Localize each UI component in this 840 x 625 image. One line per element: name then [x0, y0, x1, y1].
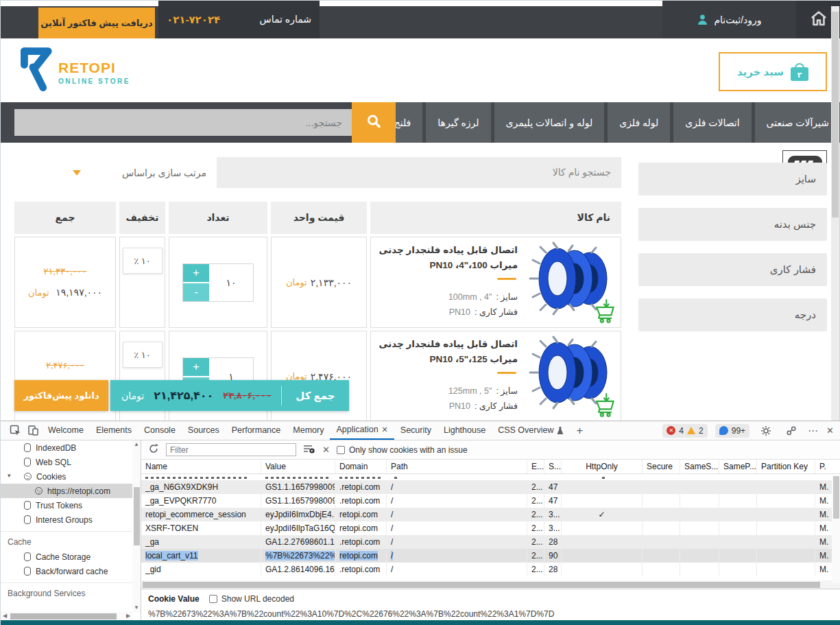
product-name[interactable]: اتصال قابل پیاده فلنجدار چدنی میراب 125،… — [376, 337, 518, 368]
cookie-column-header[interactable]: HttpOnly — [562, 460, 643, 473]
cookie-table-vertical-scrollbar[interactable] — [832, 475, 840, 583]
discount-cell: ٪ ۱۰ — [119, 237, 165, 328]
cookie-table-horizontal-scrollbar[interactable]: ▶ — [141, 580, 840, 589]
settings-gear-icon[interactable] — [757, 422, 775, 440]
nav-menu-item[interactable]: لوله فلزی — [608, 102, 670, 143]
cookie-column-header[interactable]: P. — [815, 460, 840, 473]
more-tabs-button[interactable]: + — [569, 424, 590, 438]
nav-menu-item[interactable]: لوله و اتصالات پلیمری — [494, 102, 605, 143]
cookie-column-header[interactable]: Partition Key — [757, 460, 815, 473]
cookie-row[interactable]: _ga_EVPQKR7770 GS1.1.1657998009... .reto… — [141, 494, 840, 508]
devtools-tab[interactable]: Memory — [287, 421, 330, 440]
comments-badge[interactable]: 99+ — [715, 424, 749, 438]
cookie-column-header[interactable]: Path — [387, 460, 527, 473]
devtools-tab[interactable]: Security — [394, 421, 437, 440]
scroll-left-icon[interactable]: ◀ — [1, 612, 9, 620]
sidebar-filter[interactable]: جنس بدنه — [638, 208, 827, 241]
devtools-panel: Welcome Elements Console Sour — [1, 421, 840, 620]
cookie-table-header[interactable]: Name Value Domain Path E... S... HttpOnl… — [141, 460, 840, 474]
product-search-bar[interactable]: جستجو نام کالا مرتب سازی براساس — [14, 157, 621, 188]
cookie-row[interactable]: _ga_N6GX9XDK9H GS1.1.1657998009... .reto… — [141, 480, 840, 494]
expander-icon[interactable]: ▾ — [8, 472, 11, 479]
quantity-increase-button[interactable]: + — [183, 264, 209, 283]
devtools-close-icon[interactable]: ✕ — [826, 425, 834, 436]
devtools-tab[interactable]: Welcome — [42, 421, 90, 440]
sidebar-filter[interactable]: درجه — [638, 298, 827, 331]
cookie-filter-input[interactable] — [166, 443, 296, 456]
storage-tree-item[interactable]: IndexedDB — [1, 440, 141, 455]
devtools-tab[interactable]: Elements — [90, 421, 138, 440]
sidebar-filter[interactable]: فشار کاری — [638, 253, 827, 286]
cookie-column-header[interactable]: S... — [544, 460, 562, 473]
nav-menu-item[interactable]: لرزه گیرها — [426, 102, 490, 143]
cookie-column-header[interactable]: Domain — [335, 460, 387, 473]
storage-tree-item[interactable]: Trust Tokens — [1, 498, 141, 512]
devtools-tab[interactable]: CSS Overview — [492, 421, 569, 440]
page-scrollbar[interactable] — [831, 6, 839, 421]
scroll-right-icon[interactable]: ▶ — [124, 612, 132, 620]
cookie-row[interactable]: XSRF-TOKEN eyJpdiI6IlpTaG16Q... retopi.c… — [141, 521, 840, 535]
checkbox-icon[interactable] — [337, 446, 345, 454]
cookie-column-header[interactable]: SameS... — [680, 460, 719, 473]
clear-all-cookies-icon[interactable] — [303, 444, 315, 456]
product-name[interactable]: اتصال قابل پیاده فلنجدار چدنی میراب 100،… — [376, 243, 518, 274]
scroll-down-icon[interactable]: ▼ — [132, 604, 141, 612]
cookie-row[interactable]: _gid GA1.2.8614096.16... .retopi.com / 2… — [141, 563, 840, 576]
devtools-tab[interactable]: Application ✕ — [330, 421, 394, 440]
devtools-tab[interactable]: Console — [138, 421, 182, 440]
devtools-tab[interactable]: Sources — [182, 421, 226, 440]
warning-icon — [687, 427, 695, 434]
checkbox-icon[interactable] — [209, 595, 217, 603]
storage-tree-item[interactable]: Web SQL — [1, 455, 141, 469]
phone-number[interactable]: ۰۲۱-۷۲۰۲۴ — [167, 1, 220, 38]
refresh-icon[interactable] — [148, 443, 159, 456]
nav-menu-item[interactable]: اتصالات فلزی — [673, 102, 751, 143]
error-icon: ✕ — [667, 426, 675, 435]
quantity-value[interactable]: ۱۰ — [209, 264, 253, 301]
quantity-increase-button[interactable]: + — [183, 358, 209, 377]
storage-tree-item[interactable]: ▾ Cookies — [1, 469, 141, 484]
search-button[interactable] — [352, 102, 396, 143]
cookie-column-header[interactable]: Value — [261, 460, 335, 473]
issue-filter-checkbox[interactable]: Only show cookies with an issue — [337, 445, 468, 455]
add-to-cart-icon[interactable] — [593, 392, 618, 420]
tab-close-icon[interactable]: ✕ — [382, 421, 388, 439]
show-url-decoded-checkbox[interactable]: Show URL decoded — [209, 594, 294, 604]
quantity-decrease-button[interactable]: - — [183, 283, 209, 301]
cart-button[interactable]: سبد خرید ۲ — [719, 52, 827, 91]
clear-filter-icon[interactable]: ✕ — [322, 445, 330, 455]
devtools-tab[interactable]: Lighthouse — [437, 421, 492, 440]
devtools-tab[interactable]: Performance — [226, 421, 287, 440]
profiles-icon[interactable] — [782, 422, 800, 440]
sidebar-vertical-scrollbar[interactable]: ▲ ▼ — [132, 440, 141, 612]
cookie-value-text[interactable]: %7B%22673%22%3A%7B%22count%22%3A10%7D%2C… — [148, 609, 834, 619]
online-invoice-button[interactable]: دریافت پیش فاکتور آنلاین — [38, 8, 155, 38]
inspect-element-icon[interactable] — [6, 422, 24, 440]
login-register-button[interactable]: ورود/ثبت‌نام — [662, 1, 796, 38]
add-to-cart-icon[interactable] — [593, 298, 618, 326]
device-toolbar-icon[interactable] — [24, 422, 42, 440]
more-options-icon[interactable]: ⋯ — [808, 425, 819, 437]
cookie-row[interactable]: local_cart_v11 %7B%22673%22%... retopi.c… — [141, 549, 840, 563]
cart-table-header: نام کالا قیمت واحد تعداد تخفیف جمع — [14, 202, 621, 234]
clipped-cookie-row[interactable] — [141, 474, 840, 480]
storage-tree-item[interactable]: https://retopi.com — [1, 484, 141, 498]
download-invoice-button[interactable]: دانلود پیش‌فاکتور — [14, 380, 108, 411]
cache-tree-item[interactable]: Back/forward cache — [1, 564, 141, 578]
cookie-row[interactable]: retopi_ecommerce_session eyJpdiI6ImxDbjE… — [141, 508, 840, 521]
sort-dropdown[interactable]: مرتب سازی براساس — [14, 157, 217, 188]
retopi-logo[interactable]: RETOPI ONLINE STORE — [16, 43, 167, 97]
cache-tree-item[interactable]: Cache Storage — [1, 550, 141, 564]
scroll-up-icon[interactable]: ▲ — [132, 440, 141, 449]
nav-menu-item[interactable]: شیرآلات صنعتی — [755, 102, 840, 143]
storage-tree-item[interactable]: Interest Groups — [1, 512, 141, 527]
sidebar-horizontal-scrollbar[interactable]: ◀ ▶ — [1, 612, 132, 620]
cookie-row[interactable]: _ga GA1.2.27698601.1... .retopi.com / 2.… — [141, 535, 840, 549]
cookie-column-header[interactable]: E... — [527, 460, 544, 473]
cookie-column-header[interactable]: SameP... — [719, 460, 757, 473]
cookie-column-header[interactable]: Name — [141, 460, 261, 473]
sidebar-filter[interactable]: سایز — [638, 163, 827, 196]
issues-badge[interactable]: ✕ 4 2 — [662, 424, 707, 438]
search-input[interactable] — [14, 109, 352, 136]
cookie-column-header[interactable]: Secure — [643, 460, 680, 473]
